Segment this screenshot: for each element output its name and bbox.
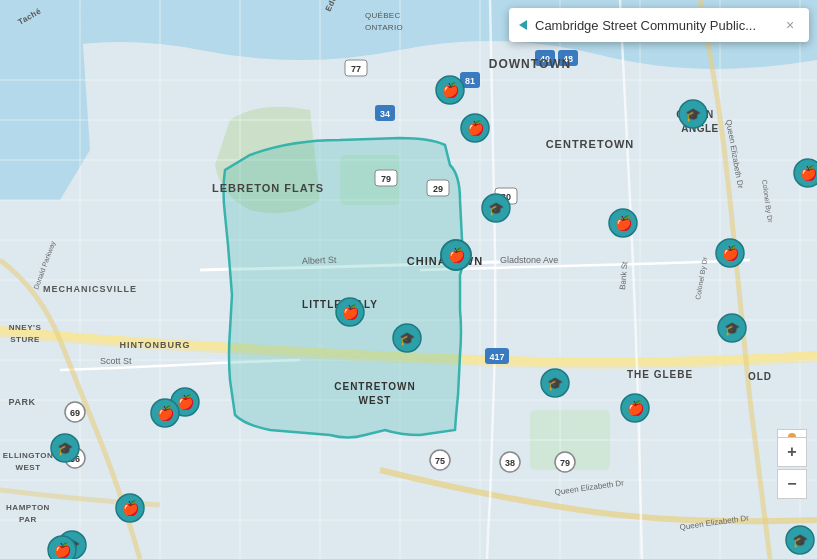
map-svg: 81 34 77 29 79 30 417 40 48 69 36 75 38 — [0, 0, 817, 559]
svg-text:PAR: PAR — [19, 515, 37, 524]
svg-text:🎓: 🎓 — [724, 320, 741, 337]
svg-text:79: 79 — [381, 174, 391, 184]
svg-text:MECHANICSVILLE: MECHANICSVILLE — [43, 284, 137, 294]
svg-text:HINTONBURG: HINTONBURG — [120, 340, 191, 350]
svg-text:🎓: 🎓 — [399, 330, 416, 347]
svg-text:NNEY'S: NNEY'S — [9, 323, 42, 332]
svg-text:🎓: 🎓 — [57, 440, 74, 457]
map-popup: Cambridge Street Community Public... × — [509, 8, 809, 42]
svg-text:PARK: PARK — [9, 397, 36, 407]
svg-text:🍎: 🍎 — [615, 215, 633, 232]
svg-text:Gladstone Ave: Gladstone Ave — [500, 255, 558, 265]
svg-text:77: 77 — [351, 64, 361, 74]
svg-text:🍎: 🍎 — [442, 82, 460, 99]
zoom-in-button[interactable]: + — [777, 437, 807, 467]
popup-close-button[interactable]: × — [781, 16, 799, 34]
svg-text:75: 75 — [435, 456, 445, 466]
svg-text:🎓: 🎓 — [685, 106, 702, 123]
svg-text:🍎: 🍎 — [722, 245, 740, 262]
svg-text:69: 69 — [70, 408, 80, 418]
svg-text:ELLINGTON: ELLINGTON — [3, 451, 54, 460]
svg-text:Albert St: Albert St — [302, 255, 337, 266]
svg-text:29: 29 — [433, 184, 443, 194]
zoom-out-button[interactable]: − — [777, 469, 807, 499]
svg-text:🍎: 🍎 — [342, 304, 360, 321]
popup-text: Cambridge Street Community Public... — [535, 18, 773, 33]
svg-text:🍎: 🍎 — [54, 542, 72, 559]
svg-text:HAMPTON: HAMPTON — [6, 503, 50, 512]
svg-text:🍎: 🍎 — [122, 500, 140, 517]
svg-text:CENTRETOWN: CENTRETOWN — [546, 138, 635, 150]
svg-text:🍎: 🍎 — [157, 405, 175, 422]
map-container: 81 34 77 29 79 30 417 40 48 69 36 75 38 — [0, 0, 817, 559]
svg-text:LEBRETON FLATS: LEBRETON FLATS — [212, 182, 324, 194]
map-controls: + − — [777, 437, 807, 499]
svg-text:🍎: 🍎 — [627, 400, 645, 417]
svg-text:🍎: 🍎 — [448, 247, 466, 264]
svg-text:🍎: 🍎 — [177, 394, 195, 411]
svg-text:DOWNTOWN: DOWNTOWN — [489, 57, 571, 71]
svg-text:34: 34 — [380, 109, 390, 119]
svg-text:QUÉBEC: QUÉBEC — [365, 11, 401, 20]
popup-arrow-icon — [519, 20, 527, 30]
svg-text:CENTRETOWN: CENTRETOWN — [334, 381, 415, 392]
svg-text:417: 417 — [489, 352, 504, 362]
svg-text:OLD: OLD — [748, 371, 772, 382]
svg-text:WEST: WEST — [15, 463, 40, 472]
svg-text:🎓: 🎓 — [792, 532, 809, 549]
svg-text:🍎: 🍎 — [800, 165, 818, 182]
svg-text:STURE: STURE — [10, 335, 40, 344]
svg-text:ONTARIO: ONTARIO — [365, 23, 403, 32]
svg-text:THE GLEBE: THE GLEBE — [627, 369, 693, 380]
svg-text:🎓: 🎓 — [488, 200, 505, 217]
svg-text:38: 38 — [505, 458, 515, 468]
svg-text:81: 81 — [465, 76, 475, 86]
svg-text:Scott St: Scott St — [100, 356, 132, 366]
svg-text:79: 79 — [560, 458, 570, 468]
svg-text:WEST: WEST — [359, 395, 392, 406]
svg-text:🍎: 🍎 — [467, 120, 485, 137]
svg-text:🎓: 🎓 — [547, 375, 564, 392]
